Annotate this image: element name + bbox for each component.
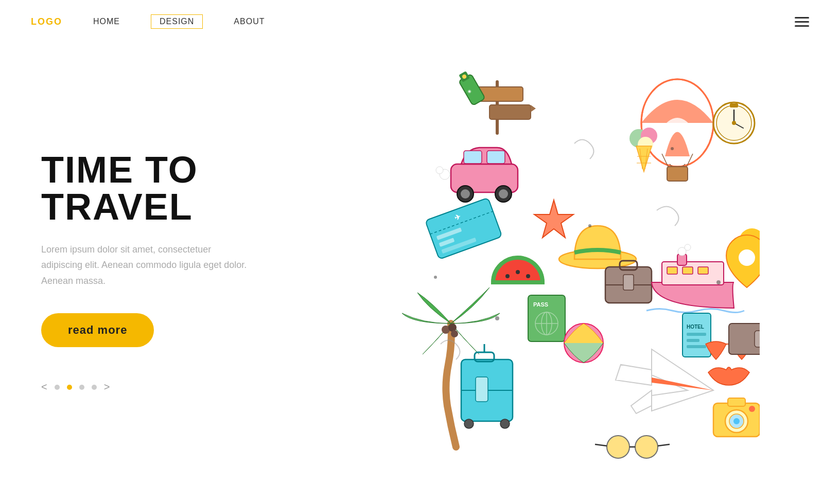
beach-ball-icon [564,323,603,363]
svg-rect-23 [464,151,482,164]
svg-marker-4 [531,105,536,112]
hero-description: Lorem ipsum dolor sit amet, consectetuer… [41,242,247,289]
hero-illustration: ☀ [288,61,809,483]
dot-3[interactable] [79,385,84,390]
svg-point-59 [685,244,691,250]
pagination: < > [41,381,268,393]
svg-rect-56 [698,267,708,274]
svg-point-52 [739,249,755,266]
svg-point-46 [526,274,530,278]
svg-point-68 [451,330,458,337]
wallet-icon [729,323,760,354]
ice-cream-icon [629,128,657,172]
svg-point-101 [588,224,591,227]
nav-home[interactable]: HOME [93,17,120,26]
svg-point-81 [500,419,510,428]
svg-text:HOTEL: HOTEL [687,324,704,330]
luggage-icon [605,261,652,303]
svg-point-93 [635,436,658,458]
dot-2[interactable] [67,385,72,390]
hat-icon [559,226,636,268]
location-pin-icon [726,228,760,287]
svg-point-91 [749,406,755,412]
next-arrow[interactable]: > [104,381,110,393]
svg-rect-72 [687,333,706,336]
svg-point-92 [607,436,629,458]
travel-doodles-svg: ☀ [338,61,760,483]
svg-point-45 [516,270,520,274]
logo[interactable]: LOGO [31,16,62,27]
doodle-collage: ☀ [338,61,760,483]
nav-design[interactable]: DESIGN [151,14,203,29]
svg-rect-74 [687,345,706,348]
svg-point-98 [434,276,437,279]
svg-rect-11 [667,167,688,181]
starfish-icon [534,200,573,238]
hotel-card-icon: HOTEL [682,313,711,357]
svg-point-30 [436,167,443,174]
signpost-icon [471,82,536,133]
svg-rect-55 [682,267,693,274]
svg-point-26 [461,189,470,199]
svg-line-95 [595,444,607,446]
svg-rect-78 [476,377,488,402]
svg-rect-54 [667,267,677,274]
svg-point-80 [464,419,474,428]
watermelon-icon [492,257,544,282]
svg-point-90 [733,418,740,424]
svg-point-44 [505,274,510,278]
svg-rect-38 [425,198,502,260]
camera-icon [713,398,760,437]
svg-line-96 [658,444,670,446]
svg-rect-21 [730,103,738,107]
dot-4[interactable] [92,385,97,390]
svg-rect-24 [487,151,505,164]
svg-rect-73 [687,339,699,342]
dot-1[interactable] [55,385,60,390]
car-icon [436,148,518,202]
svg-rect-87 [728,398,745,406]
svg-rect-84 [755,331,760,347]
ticket-icon: ✈ [425,198,502,260]
compass-icon [713,102,755,143]
svg-point-97 [495,316,499,320]
airplane-icon [616,349,713,413]
read-more-button[interactable]: read more [41,313,154,347]
hero-title: TIME TO TRAVEL [41,151,268,225]
hero-left: TIME TO TRAVEL Lorem ipsum dolor sit ame… [41,151,288,393]
svg-rect-2 [489,105,531,119]
sunglasses-icon [595,436,670,458]
svg-point-28 [499,189,508,199]
svg-point-99 [716,280,721,284]
hamburger-menu[interactable] [795,17,809,27]
main-content: TIME TO TRAVEL Lorem ipsum dolor sit ame… [0,43,840,501]
svg-rect-51 [623,275,634,290]
nav-about[interactable]: ABOUT [234,17,265,26]
svg-point-20 [732,121,736,125]
passport-icon: PASS [528,295,565,341]
trolley-suitcase-icon [461,344,513,428]
svg-point-100 [671,147,674,150]
prev-arrow[interactable]: < [41,381,47,393]
svg-text:PASS: PASS [533,301,548,308]
navigation: LOGO HOME DESIGN ABOUT [0,0,840,43]
